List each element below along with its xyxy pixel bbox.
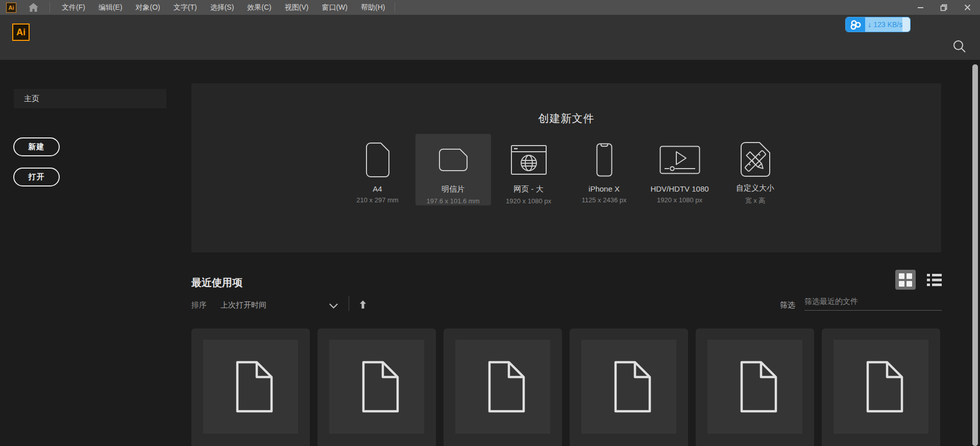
home-screen-body: 主页 新建 打开 创建新文件 A4 210 x 297 mm <box>0 60 980 446</box>
download-speed-badge: ↓ 123 KB/s <box>845 17 911 32</box>
menu-edit[interactable]: 编辑(E) <box>92 0 129 15</box>
recent-file-card[interactable] <box>822 328 940 446</box>
open-file-button[interactable]: 打开 <box>13 168 60 186</box>
template-cards: A4 210 x 297 mm 明信片 197.6 x 101.6 mm <box>191 134 941 205</box>
chevron-down-icon[interactable] <box>329 303 338 309</box>
create-new-panel: 创建新文件 A4 210 x 297 mm <box>191 83 941 252</box>
template-card-iphone-x[interactable]: iPhone X 1125 x 2436 px <box>567 134 642 205</box>
template-card-hdtv[interactable]: HDV/HDTV 1080 1920 x 1080 px <box>642 134 718 205</box>
new-file-button[interactable]: 新建 <box>13 137 60 156</box>
sort-dropdown[interactable]: 上次打开时间 <box>220 300 266 310</box>
template-name: 网页 - 大 <box>513 184 543 194</box>
close-icon[interactable] <box>955 0 979 15</box>
menu-select[interactable]: 选择(S) <box>204 0 241 15</box>
file-thumbnail <box>581 340 676 434</box>
template-card-postcard[interactable]: 明信片 197.6 x 101.6 mm <box>415 134 491 205</box>
titlebar-divider <box>395 3 395 13</box>
postcard-icon <box>438 139 468 181</box>
menu-object[interactable]: 对象(O) <box>129 0 167 15</box>
file-thumbnail <box>707 340 802 434</box>
video-player-icon <box>659 139 700 181</box>
window-controls <box>909 0 979 15</box>
file-thumbnail <box>455 340 550 434</box>
template-name: HDV/HDTV 1080 <box>650 184 708 193</box>
recent-file-card[interactable] <box>191 328 310 446</box>
menu-type[interactable]: 文字(T) <box>167 0 204 15</box>
web-browser-icon <box>511 139 547 181</box>
illustrator-logo: Ai <box>12 24 30 41</box>
template-card-custom-size[interactable]: 自定义大小 宽 x 高 <box>718 134 793 205</box>
list-view-toggle[interactable] <box>924 270 944 290</box>
template-card-a4[interactable]: A4 210 x 297 mm <box>340 134 415 205</box>
phone-icon <box>596 139 612 181</box>
illustrator-home-window: Ai 文件(F) 编辑(E) 对象(O) 文字(T) 选择(S) 效果(C) 视… <box>0 0 980 446</box>
template-dims: 197.6 x 101.6 mm <box>426 197 479 205</box>
menu-file[interactable]: 文件(F) <box>55 0 92 15</box>
menu-help[interactable]: 帮助(H) <box>354 0 391 15</box>
app-header: Ai ↓ 123 KB/s <box>0 15 980 60</box>
template-dims: 1920 x 1080 px <box>506 197 551 205</box>
sort-divider <box>349 296 349 311</box>
menu-view[interactable]: 视图(V) <box>278 0 315 15</box>
titlebar-divider <box>50 3 50 13</box>
template-dims: 1125 x 2436 px <box>582 196 627 204</box>
recent-file-card[interactable] <box>696 328 814 446</box>
recent-files-title: 最近使用项 <box>191 276 242 290</box>
vertical-scrollbar[interactable] <box>972 64 978 446</box>
sort-label: 排序 <box>191 300 207 310</box>
titlebar: Ai 文件(F) 编辑(E) 对象(O) 文字(T) 选择(S) 效果(C) 视… <box>0 0 980 15</box>
template-dims: 宽 x 高 <box>745 196 766 205</box>
app-logo-icon: Ai <box>6 3 16 13</box>
recent-file-card[interactable] <box>570 328 688 446</box>
creative-cloud-icon <box>846 17 865 32</box>
grid-view-toggle[interactable] <box>895 270 916 290</box>
menu-effect[interactable]: 效果(C) <box>240 0 278 15</box>
file-thumbnail <box>329 340 424 434</box>
home-icon[interactable] <box>27 0 39 15</box>
badge-tail <box>902 17 910 32</box>
template-name: iPhone X <box>589 184 620 193</box>
create-new-title: 创建新文件 <box>191 83 941 126</box>
restore-button[interactable] <box>932 0 955 15</box>
menubar: 文件(F) 编辑(E) 对象(O) 文字(T) 选择(S) 效果(C) 视图(V… <box>55 0 391 15</box>
menu-window[interactable]: 窗口(W) <box>315 0 354 15</box>
sidebar-item-home[interactable]: 主页 <box>14 89 166 108</box>
search-icon[interactable] <box>951 38 967 54</box>
download-arrow-icon: ↓ <box>868 20 871 29</box>
sort-direction-up-icon[interactable] <box>357 299 369 310</box>
file-thumbnail <box>834 340 928 434</box>
template-name: 自定义大小 <box>736 183 774 193</box>
file-thumbnail <box>203 340 298 434</box>
a4-document-icon <box>365 139 390 181</box>
recent-file-card[interactable] <box>317 328 436 446</box>
download-speed-text: ↓ 123 KB/s <box>865 17 902 32</box>
filter-label: 筛选 <box>780 300 795 310</box>
filter-input[interactable] <box>804 295 942 311</box>
template-card-web-large[interactable]: 网页 - 大 1920 x 1080 px <box>491 134 567 205</box>
minimize-button[interactable] <box>909 0 932 15</box>
template-dims: 1920 x 1080 px <box>657 196 702 204</box>
template-name: A4 <box>373 184 382 193</box>
custom-size-icon <box>740 139 771 180</box>
template-dims: 210 x 297 mm <box>356 196 398 204</box>
recent-file-card[interactable] <box>444 328 562 446</box>
template-name: 明信片 <box>442 184 464 194</box>
